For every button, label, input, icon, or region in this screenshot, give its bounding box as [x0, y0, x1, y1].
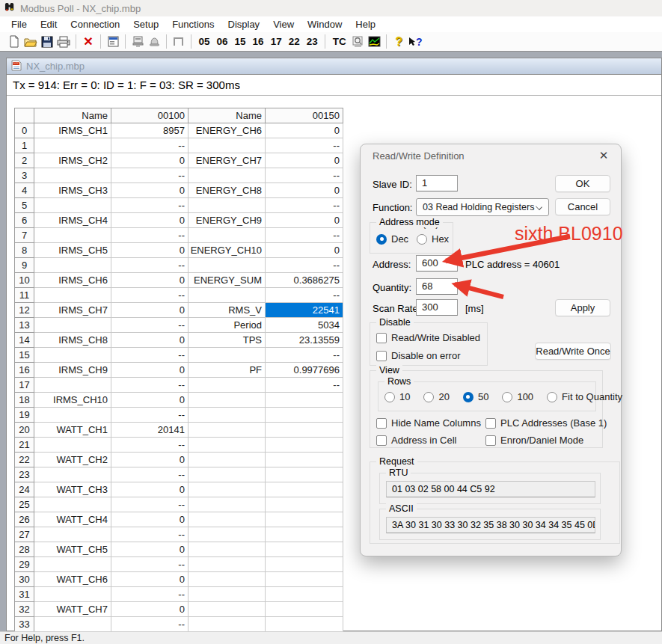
menu-item-file[interactable]: File	[4, 17, 34, 31]
table-cell[interactable]: --	[111, 288, 189, 303]
scan-monitor-icon[interactable]	[349, 34, 366, 49]
read-write-disabled-checkbox[interactable]: Read/Write Disabled	[376, 332, 480, 343]
cancel-button[interactable]: Cancel	[555, 198, 610, 215]
table-cell[interactable]: 0	[266, 243, 343, 258]
table-cell[interactable]: WATT_CH6	[34, 572, 111, 587]
table-cell[interactable]: IRMS_CH10	[34, 393, 111, 408]
scan-rate-input[interactable]: 300	[416, 299, 458, 316]
table-cell[interactable]	[266, 617, 343, 632]
table-cell[interactable]: --	[266, 258, 343, 273]
quantity-input[interactable]: 68	[416, 278, 458, 295]
document-titlebar[interactable]: DOC NX_chip.mbp	[7, 58, 661, 75]
rows-radio-50[interactable]: 50	[463, 391, 488, 402]
menu-item-window[interactable]: Window	[301, 17, 349, 31]
table-cell[interactable]: IRMS_CH7	[34, 303, 111, 318]
table-cell[interactable]	[266, 408, 343, 423]
table-cell[interactable]	[34, 438, 111, 453]
table-cell[interactable]: 0	[111, 482, 189, 497]
menu-item-help[interactable]: Help	[349, 17, 382, 31]
table-cell[interactable]: ENERGY_CH8	[189, 183, 266, 198]
table-cell[interactable]	[34, 527, 111, 542]
read-write-once-button[interactable]: Read/Write Once	[535, 343, 611, 360]
table-cell[interactable]: --	[266, 348, 343, 363]
table-cell[interactable]: --	[111, 497, 189, 512]
disable-on-error-checkbox[interactable]: Disable on error	[376, 350, 461, 361]
function-button-22[interactable]: 22	[285, 36, 303, 47]
table-cell[interactable]: IRMS_CH8	[34, 333, 111, 348]
table-cell[interactable]	[189, 438, 266, 453]
table-cell[interactable]: 0	[111, 153, 189, 168]
new-file-button[interactable]	[6, 34, 22, 49]
rows-radio-fit-to-quantity[interactable]: Fit to Quantity	[547, 391, 622, 402]
table-cell[interactable]	[34, 497, 111, 512]
table-cell[interactable]	[189, 198, 266, 213]
table-cell[interactable]	[266, 438, 343, 453]
table-cell[interactable]: 0.9977696	[266, 363, 343, 378]
table-cell[interactable]: WATT_CH7	[34, 602, 111, 617]
plc-addresses-checkbox[interactable]: PLC Addresses (Base 1)	[485, 417, 607, 429]
table-cell[interactable]	[189, 512, 266, 527]
table-cell[interactable]	[189, 258, 266, 273]
table-cell[interactable]: 23.13559	[266, 333, 343, 348]
table-cell[interactable]	[189, 168, 266, 183]
table-cell[interactable]: 0.3686275	[266, 273, 343, 288]
menu-item-functions[interactable]: Functions	[165, 17, 221, 31]
table-cell[interactable]	[266, 587, 343, 602]
table-cell[interactable]: TPS	[189, 333, 266, 348]
test-center-button[interactable]: TC	[329, 36, 349, 47]
table-cell[interactable]: WATT_CH3	[34, 482, 111, 497]
table-cell[interactable]: 20141	[111, 423, 189, 438]
table-cell[interactable]: ENERGY_CH7	[189, 153, 266, 168]
table-cell[interactable]: RMS_V	[189, 303, 266, 318]
table-cell[interactable]: 0	[111, 512, 189, 527]
table-cell[interactable]: 0	[111, 542, 189, 557]
table-cell[interactable]	[189, 138, 266, 153]
save-button[interactable]	[39, 34, 55, 49]
table-cell[interactable]: IRMS_CH2	[34, 153, 111, 168]
table-cell[interactable]	[189, 423, 266, 438]
table-cell[interactable]	[189, 587, 266, 602]
rows-radio-10[interactable]: 10	[384, 391, 410, 402]
disconnect-button[interactable]: ✕	[80, 34, 96, 49]
table-cell[interactable]: --	[111, 557, 189, 572]
table-cell[interactable]	[266, 557, 343, 572]
table-cell[interactable]: --	[111, 438, 189, 453]
rows-radio-100[interactable]: 100	[502, 391, 533, 402]
table-cell[interactable]	[189, 557, 266, 572]
table-cell[interactable]	[34, 378, 111, 393]
table-cell[interactable]: --	[111, 378, 189, 393]
menu-item-display[interactable]: Display	[221, 17, 267, 31]
table-cell[interactable]: 0	[111, 572, 189, 587]
table-cell[interactable]: --	[266, 138, 343, 153]
table-cell[interactable]	[34, 138, 111, 153]
table-cell[interactable]	[266, 497, 343, 512]
open-file-button[interactable]	[22, 34, 39, 49]
table-cell[interactable]	[189, 348, 266, 363]
table-cell[interactable]: 0	[111, 602, 189, 617]
ok-button[interactable]: OK	[555, 175, 610, 192]
apply-button[interactable]: Apply	[555, 299, 610, 316]
table-cell[interactable]: 8957	[111, 123, 189, 138]
table-cell[interactable]	[266, 527, 343, 542]
table-cell[interactable]: --	[111, 318, 189, 333]
table-cell[interactable]	[34, 228, 111, 243]
table-cell[interactable]	[34, 467, 111, 482]
table-cell[interactable]	[266, 512, 343, 527]
table-cell[interactable]: 0	[111, 243, 189, 258]
table-cell[interactable]: 0	[111, 393, 189, 408]
address-input[interactable]: 600	[416, 255, 458, 272]
function-select[interactable]: 03 Read Holding Registers (4x)	[416, 198, 549, 216]
table-cell[interactable]	[266, 542, 343, 557]
table-cell[interactable]	[189, 572, 266, 587]
table-cell[interactable]: 5034	[266, 318, 343, 333]
function-button-06[interactable]: 06	[213, 36, 231, 47]
table-cell[interactable]	[189, 527, 266, 542]
function-button-17[interactable]: 17	[267, 36, 285, 47]
slave-id-input[interactable]: 1	[416, 175, 458, 191]
table-cell[interactable]	[266, 572, 343, 587]
table-cell[interactable]: WATT_CH2	[34, 453, 111, 467]
table-cell[interactable]: --	[111, 348, 189, 363]
function-button-05[interactable]: 05	[195, 36, 213, 47]
table-cell[interactable]: --	[111, 408, 189, 423]
table-cell[interactable]	[189, 467, 266, 482]
